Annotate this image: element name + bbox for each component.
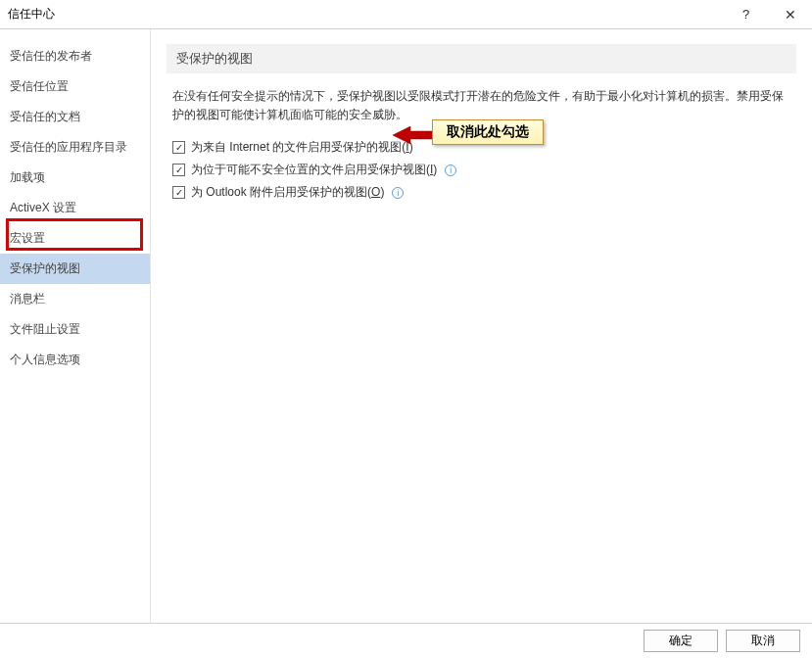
option-label[interactable]: 为 Outlook 附件启用受保护的视图(O) (191, 184, 384, 201)
sidebar-item[interactable]: 受信任的文档 (0, 102, 150, 132)
titlebar: 信任中心 ? ✕ (0, 0, 812, 29)
sidebar-item[interactable]: 受保护的视图 (0, 254, 150, 284)
info-icon[interactable]: i (392, 187, 404, 199)
content: 受信任的发布者受信任位置受信任的文档受信任的应用程序目录加载项ActiveX 设… (0, 29, 812, 624)
close-button[interactable]: ✕ (768, 0, 812, 29)
section-header: 受保护的视图 (167, 44, 796, 73)
sidebar-item-label: 受信任的文档 (10, 110, 80, 123)
sidebar-item-label: 受信任的应用程序目录 (10, 140, 127, 154)
option-row: ✓为来自 Internet 的文件启用受保护的视图(I) (167, 136, 796, 159)
sidebar-item[interactable]: 文件阻止设置 (0, 314, 150, 345)
footer: 确定 取消 (0, 624, 812, 658)
ok-button[interactable]: 确定 (644, 630, 718, 652)
option-row: ✓为位于可能不安全位置的文件启用受保护视图(I)i (167, 159, 796, 181)
sidebar-item[interactable]: 加载项 (0, 163, 150, 193)
sidebar-item-label: 受保护的视图 (10, 261, 80, 275)
sidebar-item-label: 消息栏 (10, 292, 45, 306)
sidebar-item[interactable]: 受信任位置 (0, 71, 150, 102)
sidebar-item-label: 宏设置 (10, 231, 45, 245)
option-label[interactable]: 为位于可能不安全位置的文件启用受保护视图(I) (191, 162, 437, 178)
help-button[interactable]: ? (724, 0, 768, 29)
sidebar-item-label: 加载项 (10, 170, 45, 184)
sidebar-item[interactable]: 受信任的发布者 (0, 41, 150, 71)
sidebar-item-label: ActiveX 设置 (10, 201, 76, 214)
sidebar-item[interactable]: 受信任的应用程序目录 (0, 132, 150, 163)
sidebar: 受信任的发布者受信任位置受信任的文档受信任的应用程序目录加载项ActiveX 设… (0, 29, 151, 623)
titlebar-controls: ? ✕ (724, 0, 812, 29)
main-panel: 受保护的视图 在没有任何安全提示的情况下，受保护视图以受限模式打开潜在的危险文件… (151, 29, 812, 623)
sidebar-item-label: 受信任的发布者 (10, 49, 92, 63)
sidebar-item[interactable]: 个人信息选项 (0, 345, 150, 375)
sidebar-item[interactable]: ActiveX 设置 (0, 193, 150, 223)
sidebar-item-label: 个人信息选项 (10, 352, 80, 366)
sidebar-item-label: 受信任位置 (10, 79, 69, 93)
option-row: ✓为 Outlook 附件启用受保护的视图(O)i (167, 181, 796, 204)
info-icon[interactable]: i (445, 164, 456, 176)
checkbox[interactable]: ✓ (172, 141, 185, 154)
options-list: ✓为来自 Internet 的文件启用受保护的视图(I)✓为位于可能不安全位置的… (167, 136, 796, 204)
sidebar-item[interactable]: 消息栏 (0, 284, 150, 314)
sidebar-item-label: 文件阻止设置 (10, 322, 80, 336)
checkbox[interactable]: ✓ (172, 186, 185, 199)
option-label[interactable]: 为来自 Internet 的文件启用受保护的视图(I) (191, 139, 413, 156)
sidebar-item[interactable]: 宏设置 (0, 223, 150, 254)
cancel-button[interactable]: 取消 (726, 630, 800, 652)
description-text: 在没有任何安全提示的情况下，受保护视图以受限模式打开潜在的危险文件，有助于最小化… (167, 87, 796, 136)
window-title: 信任中心 (8, 6, 55, 23)
checkbox[interactable]: ✓ (172, 164, 185, 176)
